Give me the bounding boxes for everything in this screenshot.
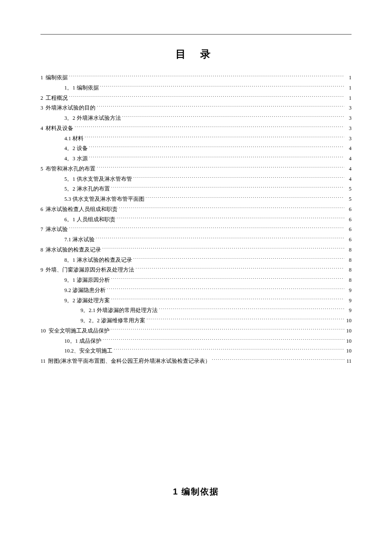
toc-entry: 10.2、安全文明施工10 [40, 346, 352, 356]
toc-entry-number: 7 [40, 225, 43, 235]
toc-entry-label: 9。2.1 外墙渗漏的常用处理方法 [81, 306, 158, 316]
toc-entry: 9外墙、门窗渗漏原因分析及处理方法8 [40, 265, 352, 275]
toc-leader-dots [75, 124, 344, 130]
document-page: 目 录 1编制依据11。1 编制依据12工程概况13外墙淋水试验的目的33。2 … [0, 0, 392, 555]
toc-entry: 8。1 淋水试验的检查及记录8 [40, 255, 352, 266]
toc-entry-page: 8 [346, 275, 352, 286]
toc-entry: 6。1 人员组成和职责6 [40, 215, 352, 225]
toc-entry-label: 淋水试验 [46, 225, 68, 235]
toc-entry-label: 6。1 人员组成和职责 [64, 215, 115, 225]
toc-entry-page: 9 [346, 286, 352, 296]
toc-entry: 9。2 渗漏处理方案9 [40, 296, 352, 306]
toc-entry-label: 淋水试验检查人员组成和职责 [46, 205, 118, 215]
toc-entry-label: 8。1 淋水试验的检查及记录 [64, 255, 132, 266]
toc-entry-page: 6 [346, 225, 352, 235]
toc-entry: 9.2 渗漏隐患分析9 [40, 286, 352, 296]
toc-leader-dots [133, 175, 344, 181]
toc-entry-page: 1 [346, 83, 352, 93]
toc-leader-dots [69, 226, 344, 231]
toc-entry-label: 外墙淋水试验的目的 [46, 103, 95, 113]
toc-entry-page: 9 [346, 296, 352, 306]
toc-entry-number: 3 [40, 103, 43, 113]
toc-entry-label: 5.3 供水支管及淋水管布管平面图 [64, 194, 144, 205]
toc-entry-label: 安全文明施工及成品保护 [49, 326, 110, 336]
toc-leader-dots [85, 135, 344, 140]
toc-leader-dots [96, 236, 344, 242]
toc-entry: 3外墙淋水试验的目的3 [40, 103, 352, 113]
toc-entry-page: 9 [346, 306, 352, 316]
toc-entry-label: 淋水试验的检查及记录 [46, 245, 101, 255]
toc-entry-label: 5。2 淋水孔的布置 [64, 184, 110, 194]
toc-leader-dots [103, 337, 344, 343]
toc-entry: 7.1 淋水试验6 [40, 235, 352, 245]
toc-entry: 11附图(淋水管平面布置图、金科公园王府外墙淋水试验检查记录表）11 [40, 356, 352, 367]
toc-leader-dots [133, 256, 344, 262]
toc-entry: 4。2 设备4 [40, 144, 352, 154]
toc-entry-label: 10.2、安全文明施工 [64, 346, 112, 356]
toc-entry-label: 7.1 淋水试验 [64, 235, 95, 245]
toc-entry-number: 2 [40, 93, 43, 104]
toc-entry: 1编制依据1 [40, 73, 352, 83]
toc-entry: 9。2.1 外墙渗漏的常用处理方法9 [40, 306, 352, 316]
toc-leader-dots [89, 155, 344, 161]
toc-entry: 8淋水试验的检查及记录8 [40, 245, 352, 255]
toc-entry-page: 1 [346, 93, 352, 104]
toc-leader-dots [111, 327, 345, 332]
toc-entry: 5布管和淋水孔的布置4 [40, 164, 352, 174]
toc-entry-label: 编制依据 [46, 73, 68, 83]
toc-leader-dots [119, 205, 344, 211]
toc-entry-page: 5 [346, 184, 352, 194]
section-heading: 1 编制依据 [40, 486, 352, 497]
toc-entry-label: 9。2 渗漏处理方案 [64, 296, 110, 306]
toc-leader-dots [111, 277, 344, 282]
toc-entry-label: 1。1 编制依据 [64, 83, 99, 93]
toc-entry-page: 3 [346, 113, 352, 124]
toc-entry: 6淋水试验检查人员组成和职责6 [40, 205, 352, 215]
toc-entry: 5。2 淋水孔的布置5 [40, 184, 352, 194]
toc-entry-label: 4。3 水源 [64, 154, 88, 164]
toc-leader-dots [107, 286, 344, 292]
toc-entry-page: 6 [346, 215, 352, 225]
toc-entry-number: 4 [40, 124, 43, 134]
toc-entry-page: 8 [346, 255, 352, 266]
header-rule [40, 34, 352, 35]
toc-entry-number: 6 [40, 205, 43, 215]
toc-entry-page: 6 [346, 235, 352, 245]
toc-entry-label: 材料及设备 [46, 124, 73, 134]
toc-entry-page: 3 [346, 103, 352, 113]
toc-entry-number: 11 [40, 356, 46, 367]
toc-leader-dots [111, 185, 344, 191]
toc-leader-dots [122, 115, 344, 120]
toc-entry-page: 8 [346, 245, 352, 255]
toc-entry-label: 外墙、门窗渗漏原因分析及处理方法 [46, 265, 134, 275]
toc-entry-page: 3 [346, 134, 352, 144]
toc-entry-number: 10 [40, 326, 46, 336]
toc-leader-dots [114, 347, 344, 353]
toc-entry-number: 1 [40, 73, 43, 83]
toc-entry-page: 10 [346, 346, 352, 356]
toc-entry-page: 1 [346, 73, 352, 83]
toc-entry: 9。1 渗漏原因分析8 [40, 275, 352, 286]
toc-entry-label: 附图(淋水管平面布置图、金科公园王府外墙淋水试验检查记录表） [48, 356, 210, 367]
toc-entry-page: 3 [346, 124, 352, 134]
toc-entry-number: 9 [40, 265, 43, 275]
toc-entry-label: 工程概况 [46, 93, 68, 104]
toc-entry: 3。2 外墙淋水试验方法3 [40, 113, 352, 124]
toc-entry-label: 10。1 成品保护 [64, 336, 101, 347]
toc-leader-dots [111, 297, 344, 302]
toc-entry-page: 11 [346, 356, 352, 367]
toc-entry: 4材料及设备3 [40, 124, 352, 134]
toc-entry-page: 4 [346, 154, 352, 164]
toc-leader-dots [69, 74, 344, 80]
toc-entry-page: 4 [346, 164, 352, 174]
toc-title: 目 录 [40, 47, 352, 61]
toc-entry-label: 布管和淋水孔的布置 [46, 164, 95, 174]
toc-entry-label: 4.1 材料 [64, 134, 84, 144]
toc-entry-label: 9。2。2 渗漏维修常用方案 [81, 316, 145, 326]
toc-entry: 2工程概况1 [40, 93, 352, 104]
toc-entry-label: 9。1 渗漏原因分析 [64, 275, 110, 286]
toc-leader-dots [212, 358, 344, 363]
toc-entry-page: 10 [346, 326, 352, 336]
toc-leader-dots [102, 246, 344, 251]
toc-leader-dots [146, 196, 344, 201]
